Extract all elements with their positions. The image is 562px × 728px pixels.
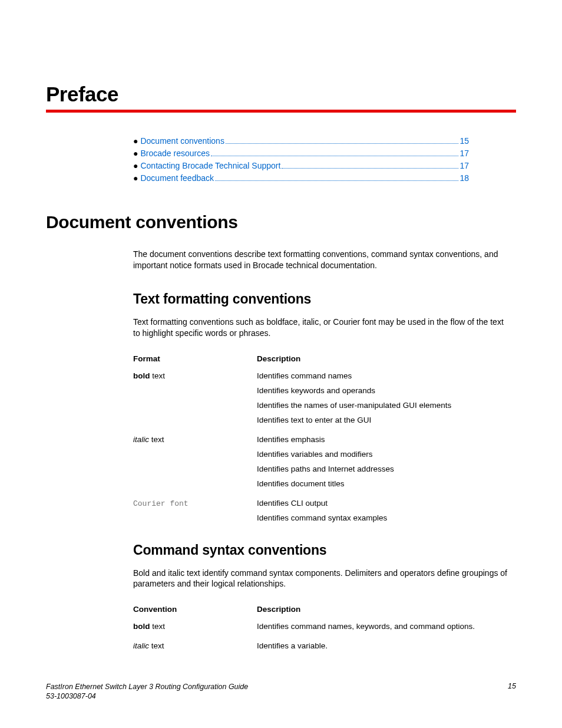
subsection-intro: Bold and italic text identify command sy… [133, 568, 510, 590]
description-cell: Identifies a variable. [257, 641, 510, 650]
description-cell: Identifies emphasis Identifies variables… [257, 435, 510, 488]
toc-item[interactable]: ● Brocade resources 17 [133, 149, 469, 158]
subsection-heading: Text formatting conventions [133, 291, 516, 307]
description-cell: Identifies command names Identifies keyw… [257, 371, 510, 424]
table-row: bold text Identifies command names Ident… [133, 371, 510, 424]
format-cell: italic text [133, 435, 257, 444]
bullet-icon: ● [133, 161, 138, 170]
footer-docnum: 53-1003087-04 [46, 691, 248, 701]
table-header-row: Convention Description [133, 605, 510, 622]
description-line: Identifies document titles [257, 479, 510, 488]
table-row: italic text Identifies a variable. [133, 641, 510, 650]
table-header-row: Format Description [133, 354, 510, 371]
bullet-icon: ● [133, 149, 138, 158]
page-footer: FastIron Ethernet Switch Layer 3 Routing… [46, 682, 516, 701]
toc-leader [282, 168, 458, 169]
toc-label: Contacting Brocade Technical Support [140, 161, 280, 170]
description-line: Identifies a variable. [257, 641, 510, 650]
toc-page: 18 [459, 173, 469, 183]
format-cell: bold text [133, 622, 257, 631]
table-row: Courier font Identifies CLI output Ident… [133, 499, 510, 522]
description-line: Identifies CLI output [257, 499, 510, 508]
toc-leader [226, 143, 459, 144]
subsection-intro: Text formatting conventions such as bold… [133, 317, 510, 339]
format-cell: Courier font [133, 499, 257, 508]
bullet-icon: ● [133, 136, 138, 146]
section-intro: The document conventions describe text f… [133, 249, 510, 271]
toc-item[interactable]: ● Document conventions 15 [133, 136, 469, 146]
toc-page: 17 [459, 149, 469, 158]
description-line: Identifies command syntax examples [257, 513, 510, 522]
chapter-title: Preface [46, 83, 516, 106]
table-row: bold text Identifies command names, keyw… [133, 622, 510, 631]
mini-toc: ● Document conventions 15 ● Brocade reso… [133, 136, 469, 183]
toc-leader [215, 180, 458, 181]
description-line: Identifies variables and modifiers [257, 450, 510, 459]
toc-item[interactable]: ● Document feedback 18 [133, 173, 469, 183]
toc-page: 17 [459, 161, 469, 170]
table-header-cell: Format [133, 354, 257, 371]
footer-page-number: 15 [508, 682, 516, 701]
format-cell: italic text [133, 641, 257, 650]
table-header-cell: Convention [133, 605, 257, 622]
toc-page: 15 [459, 136, 469, 146]
description-line: Identifies keywords and operands [257, 386, 510, 395]
description-line: Identifies command names, keywords, and … [257, 622, 510, 631]
toc-label: Brocade resources [140, 149, 210, 158]
description-cell: Identifies CLI output Identifies command… [257, 499, 510, 522]
subsection-heading: Command syntax conventions [133, 542, 516, 558]
toc-leader [211, 156, 458, 156]
footer-title: FastIron Ethernet Switch Layer 3 Routing… [46, 682, 248, 691]
section-heading: Document conventions [46, 212, 516, 232]
description-line: Identifies paths and Internet addresses [257, 465, 510, 473]
format-cell: bold text [133, 371, 257, 380]
table-header-cell: Description [257, 605, 510, 622]
description-cell: Identifies command names, keywords, and … [257, 622, 510, 631]
text-formatting-table: Format Description bold text Identifies … [133, 354, 510, 522]
bullet-icon: ● [133, 173, 138, 183]
description-line: Identifies emphasis [257, 435, 510, 444]
command-syntax-table: Convention Description bold text Identif… [133, 605, 510, 650]
description-line: Identifies the names of user-manipulated… [257, 401, 510, 410]
description-line: Identifies command names [257, 371, 510, 380]
toc-label: Document conventions [140, 136, 224, 146]
toc-label: Document feedback [140, 173, 214, 183]
chapter-rule [46, 110, 516, 113]
table-row: italic text Identifies emphasis Identifi… [133, 435, 510, 488]
toc-item[interactable]: ● Contacting Brocade Technical Support 1… [133, 161, 469, 170]
description-line: Identifies text to enter at the GUI [257, 416, 510, 424]
table-header-cell: Description [257, 354, 510, 371]
